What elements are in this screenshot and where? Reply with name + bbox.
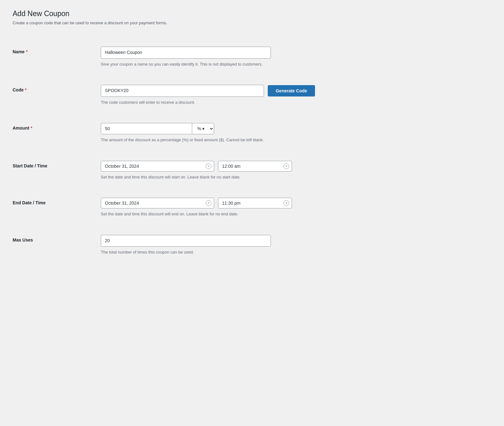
start-date-time-row: × ×: [101, 161, 372, 172]
start-date-hint: Set the date and time this discount will…: [101, 174, 372, 180]
end-date-label: End Date / Time: [13, 200, 94, 205]
start-date-input[interactable]: [101, 161, 203, 171]
end-date-hint: Set the date and time this discount will…: [101, 211, 372, 217]
page-title: Add New Coupon: [13, 9, 491, 18]
max-uses-field-col: The total number of times this coupon ca…: [101, 235, 372, 255]
amount-input[interactable]: [101, 124, 192, 134]
amount-row: % ▾ $: [101, 123, 214, 134]
end-date-label-col: End Date / Time: [13, 198, 101, 205]
end-time-clear-icon: ×: [284, 200, 289, 206]
end-date-clear-icon: ×: [206, 200, 211, 206]
start-time-clear-button[interactable]: ×: [281, 162, 292, 170]
amount-required-star: *: [31, 125, 32, 131]
max-uses-label-col: Max Uses: [13, 235, 101, 242]
page-subtitle: Create a coupon code that can be used to…: [13, 20, 491, 25]
name-field-col: Give your coupon a name so you can easil…: [101, 47, 372, 67]
end-date-time-field-row: End Date / Time × × Set the date and: [13, 189, 491, 226]
amount-label: Amount *: [13, 125, 94, 131]
end-date-input[interactable]: [101, 198, 203, 208]
amount-field-col: % ▾ $ The amount of the discount as a pe…: [101, 123, 372, 143]
end-date-field-col: × × Set the date and time this discount …: [101, 198, 372, 217]
max-uses-field-row: Max Uses The total number of times this …: [13, 226, 491, 264]
start-date-clear-icon: ×: [206, 163, 211, 169]
code-field-row: Code * Generate Code The code customers …: [13, 76, 491, 114]
name-label: Name *: [13, 49, 94, 54]
start-date-wrapper: ×: [101, 161, 214, 172]
end-time-input[interactable]: [218, 198, 281, 208]
coupon-form: Name * Give your coupon a name so you ca…: [13, 35, 491, 267]
end-date-wrapper: ×: [101, 198, 214, 208]
code-label: Code *: [13, 87, 94, 92]
name-required-star: *: [26, 49, 27, 54]
start-date-label: Start Date / Time: [13, 163, 94, 168]
code-field-col: Generate Code The code customers will en…: [101, 85, 372, 105]
amount-label-col: Amount *: [13, 123, 101, 131]
start-time-clear-icon: ×: [284, 163, 289, 169]
code-input[interactable]: [101, 85, 264, 97]
start-date-time-field-row: Start Date / Time × × Set the date an: [13, 152, 491, 189]
name-hint: Give your coupon a name so you can easil…: [101, 61, 372, 67]
code-required-star: *: [25, 87, 26, 92]
name-input[interactable]: [101, 47, 271, 59]
page-header: Add New Coupon Create a coupon code that…: [13, 9, 491, 25]
amount-type-select[interactable]: % ▾ $: [192, 123, 214, 134]
max-uses-input[interactable]: [101, 235, 271, 247]
code-label-col: Code *: [13, 85, 101, 92]
end-date-time-row: × ×: [101, 198, 372, 208]
amount-hint: The amount of the discount as a percenta…: [101, 137, 372, 143]
generate-code-button[interactable]: Generate Code: [268, 85, 315, 96]
end-time-clear-button[interactable]: ×: [281, 199, 292, 207]
start-time-input[interactable]: [218, 161, 281, 171]
amount-field-row: Amount * % ▾ $ The amount of the discoun…: [13, 114, 491, 152]
end-time-wrapper: ×: [218, 198, 292, 208]
code-row: Generate Code: [101, 85, 315, 97]
start-date-label-col: Start Date / Time: [13, 161, 101, 168]
start-date-field-col: × × Set the date and time this discount …: [101, 161, 372, 180]
end-date-clear-button[interactable]: ×: [203, 199, 214, 207]
start-time-wrapper: ×: [218, 161, 292, 172]
start-date-clear-button[interactable]: ×: [203, 162, 214, 170]
name-label-col: Name *: [13, 47, 101, 54]
max-uses-hint: The total number of times this coupon ca…: [101, 249, 372, 255]
max-uses-label: Max Uses: [13, 237, 94, 242]
name-field-row: Name * Give your coupon a name so you ca…: [13, 38, 491, 76]
code-hint: The code customers will enter to receive…: [101, 99, 372, 106]
